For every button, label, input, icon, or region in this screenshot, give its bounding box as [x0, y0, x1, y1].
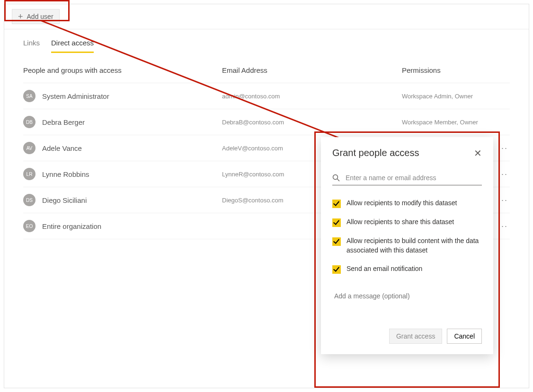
- avatar: DB: [23, 116, 36, 128]
- message-input[interactable]: [333, 292, 483, 300]
- checkbox-allow-build-label: Allow recipients to build content with t…: [346, 236, 482, 255]
- checkbox-allow-share[interactable]: [332, 218, 341, 227]
- table-row: DB Debra Berger DebraB@contoso.com Works…: [23, 109, 510, 135]
- table-row: SA System Administrator admin@contoso.co…: [23, 83, 510, 109]
- row-name: Lynne Robbins: [42, 170, 89, 178]
- row-name: System Administrator: [42, 92, 109, 100]
- grant-access-button[interactable]: Grant access: [389, 329, 442, 344]
- add-user-button[interactable]: + Add user: [12, 9, 60, 24]
- cancel-button[interactable]: Cancel: [447, 329, 482, 344]
- checkbox-allow-modify-label: Allow recipients to modify this dataset: [346, 199, 457, 208]
- column-header-permissions: Permissions: [402, 66, 510, 74]
- avatar: SA: [23, 90, 36, 102]
- tab-direct-access[interactable]: Direct access: [51, 35, 94, 53]
- avatar: DS: [23, 194, 36, 206]
- checkbox-allow-build[interactable]: [332, 237, 341, 246]
- avatar: Eo: [23, 220, 36, 232]
- avatar: AV: [23, 142, 36, 154]
- dialog-title: Grant people access: [332, 148, 419, 158]
- checkbox-send-email[interactable]: [332, 265, 341, 274]
- svg-point-1: [333, 175, 338, 180]
- tabs: Links Direct access: [4, 29, 529, 53]
- recipient-search-input[interactable]: [345, 174, 482, 182]
- avatar: LR: [23, 168, 36, 180]
- row-more-button[interactable]: ···: [498, 169, 508, 179]
- row-permissions: Workspace Member, Owner: [402, 119, 510, 126]
- row-name: Adele Vance: [42, 144, 82, 152]
- close-icon[interactable]: ✕: [474, 148, 482, 158]
- checkbox-allow-modify[interactable]: [332, 200, 341, 208]
- grant-access-dialog: Grant people access ✕ Allow recipients t…: [321, 137, 493, 354]
- checkbox-allow-share-label: Allow recipients to share this dataset: [346, 218, 454, 227]
- svg-line-2: [338, 179, 340, 182]
- row-name: Debra Berger: [42, 118, 85, 126]
- row-name: Entire organization: [42, 222, 101, 230]
- add-user-label: Add user: [27, 13, 53, 20]
- column-header-email: Email Address: [222, 66, 402, 74]
- plus-icon: +: [18, 12, 23, 21]
- row-email: admin@contoso.com: [222, 93, 402, 100]
- tab-links[interactable]: Links: [23, 35, 40, 53]
- row-permissions: Workspace Admin, Owner: [402, 93, 510, 100]
- column-header-people: People and groups with access: [23, 66, 222, 74]
- row-more-button[interactable]: ···: [498, 143, 508, 153]
- row-more-button[interactable]: ···: [498, 195, 508, 205]
- recipient-search-field[interactable]: [332, 172, 482, 185]
- checkbox-send-email-label: Send an email notification: [346, 264, 422, 274]
- row-more-button[interactable]: ···: [498, 221, 508, 231]
- row-name: Diego Siciliani: [42, 196, 87, 204]
- row-email: DebraB@contoso.com: [222, 119, 402, 126]
- search-icon: [332, 174, 340, 182]
- column-headers: People and groups with access Email Addr…: [23, 66, 510, 83]
- toolbar: + Add user: [4, 4, 529, 29]
